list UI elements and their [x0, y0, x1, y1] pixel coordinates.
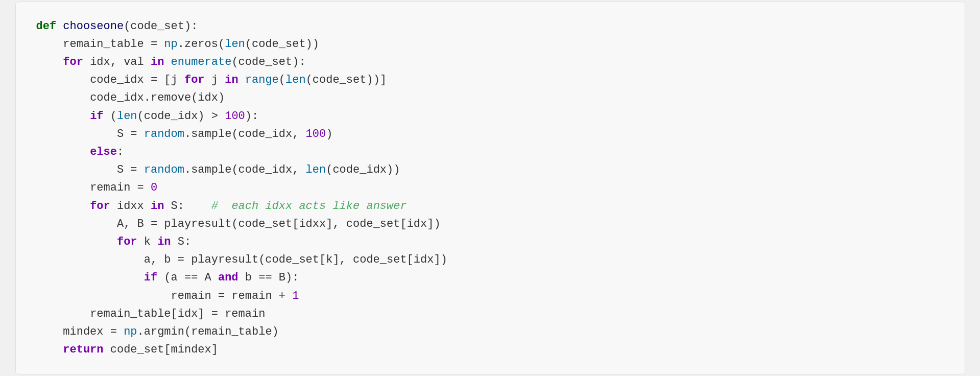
code-block: def chooseone(code_set): remain_table = …: [36, 17, 944, 359]
code-container: def chooseone(code_set): remain_table = …: [15, 2, 965, 375]
